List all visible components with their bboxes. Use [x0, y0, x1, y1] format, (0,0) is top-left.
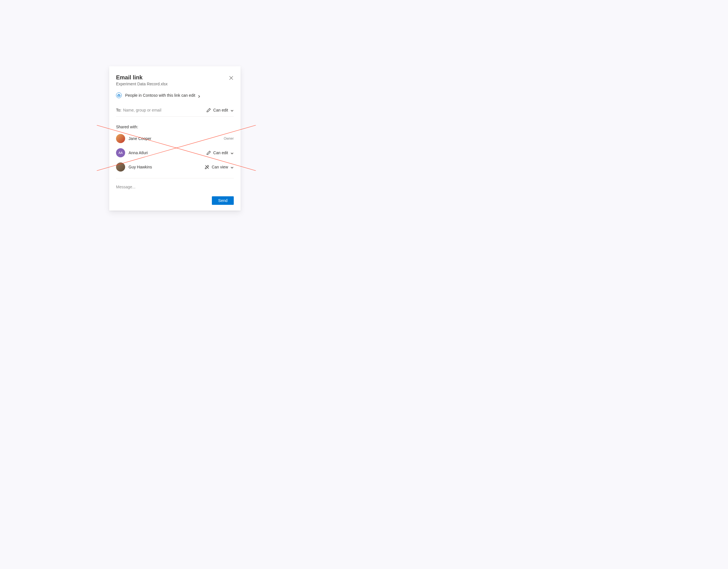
shared-person-row: AA Anna Atluri Can edit [116, 146, 234, 160]
person-permission-text: Can view [212, 165, 228, 169]
person-permission-dropdown[interactable]: Can edit [206, 150, 234, 155]
avatar: AA [116, 148, 125, 157]
recipient-input[interactable] [123, 108, 180, 112]
avatar-initials: AA [119, 151, 123, 154]
chevron-down-icon [230, 108, 234, 112]
recipient-input-group: To: [116, 108, 180, 112]
dialog-subtitle: Experiment Data Record.xlsx [116, 82, 167, 86]
avatar [116, 134, 125, 143]
person-name: Anna Atluri [129, 150, 148, 155]
close-button[interactable] [229, 76, 234, 80]
person-left: AA Anna Atluri [116, 148, 148, 157]
recipient-row: To: Can edit [116, 108, 234, 117]
dialog-title: Email link [116, 74, 167, 81]
person-left: Guy Hawkins [116, 162, 152, 171]
dialog-header: Email link Experiment Data Record.xlsx [116, 74, 234, 86]
divider [116, 178, 234, 178]
shared-person-row: Jane Cooper Owner [116, 131, 234, 146]
person-permission-text: Can edit [213, 150, 228, 155]
shared-with-list: Jane Cooper Owner AA Anna Atluri Can edi… [116, 131, 234, 174]
recipient-permission-dropdown[interactable]: Can edit [206, 108, 234, 112]
pencil-slash-icon [205, 165, 209, 169]
person-name: Guy Hawkins [129, 165, 152, 169]
send-button[interactable]: Send [212, 196, 234, 205]
dialog-title-block: Email link Experiment Data Record.xlsx [116, 74, 167, 86]
email-link-dialog: Email link Experiment Data Record.xlsx P… [109, 66, 241, 210]
dialog-footer: Send [116, 196, 234, 205]
recipient-permission-text: Can edit [213, 108, 228, 112]
shared-person-row: Guy Hawkins Can view [116, 160, 234, 174]
message-input[interactable] [116, 185, 234, 189]
chevron-down-icon [230, 151, 234, 154]
pencil-icon [206, 108, 211, 112]
link-settings-text: People in Contoso with this link can edi… [125, 93, 195, 98]
owner-label: Owner [224, 136, 234, 140]
close-icon [229, 76, 234, 80]
chevron-right-icon [198, 94, 200, 97]
briefcase-icon [116, 92, 122, 98]
link-settings-button[interactable]: People in Contoso with this link can edi… [116, 92, 234, 98]
pencil-icon [206, 150, 211, 155]
person-name: Jane Cooper [129, 136, 151, 141]
to-label: To: [116, 108, 121, 112]
chevron-down-icon [230, 165, 234, 169]
person-permission-dropdown[interactable]: Can view [205, 165, 234, 169]
shared-with-label: Shared with: [116, 125, 234, 129]
person-left: Jane Cooper [116, 134, 151, 143]
avatar [116, 162, 125, 171]
